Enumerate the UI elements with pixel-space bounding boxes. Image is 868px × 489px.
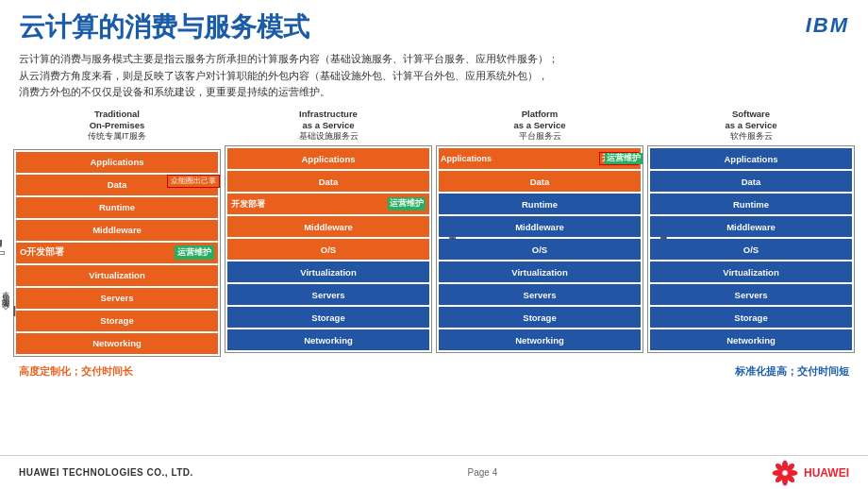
- trad-row-networking: Networking: [16, 333, 218, 354]
- saas-data-label: Data: [742, 177, 761, 187]
- trad-runtime-label: Runtime: [99, 202, 135, 212]
- paas-networking-label: Networking: [515, 335, 564, 346]
- trad-row-servers: Servers: [16, 288, 218, 309]
- saas-row-storage: Storage: [650, 307, 852, 328]
- trad-row-applications: Applications: [16, 152, 218, 173]
- iaas-row-data: Data: [227, 171, 429, 192]
- saas-middleware-label: Middleware: [726, 222, 776, 232]
- paas-row-middleware: Middleware: [439, 216, 641, 237]
- trad-row-data: Data 众能圈出己掌: [16, 175, 218, 195]
- saas-runtime-label: Runtime: [733, 199, 769, 210]
- col-saas-header: Softwareas a Service 软件服务云: [647, 109, 855, 143]
- col-paas-header: Platformas a Service 平台服务云: [436, 109, 643, 143]
- saas-row-data: Data: [650, 171, 852, 192]
- footer-company: HUAWEI TECHNOLOGIES CO., LTD.: [19, 467, 193, 478]
- trad-virt-label: Virtualization: [89, 270, 144, 280]
- huawei-text: HUAWEI: [804, 466, 849, 480]
- paas-yunying-overlay: 运营维护: [605, 153, 643, 164]
- iaas-applications-label: Applications: [301, 154, 355, 164]
- trad-networking-label: Networking: [92, 338, 142, 348]
- col-iaas: Infrastructureas a Service 基础设施服务云 众能圈出己…: [225, 109, 432, 357]
- trad-row-middleware: Middleware: [16, 220, 218, 241]
- col-traditional-header: TraditionalOn-Premises 传统专属IT服务: [13, 109, 221, 146]
- saas-applications-label: Applications: [724, 154, 777, 164]
- iaas-row-virtualization: Virtualization: [227, 261, 429, 282]
- col-paas-title-zh: 平台服务云: [436, 131, 643, 143]
- saas-row-networking: Networking: [650, 329, 852, 350]
- saas-virt-label: Virtualization: [723, 267, 778, 278]
- col-paas-stack: 计算设备资源池化 Applications 开发部署 运营维护 Data Run…: [436, 145, 643, 353]
- saas-servers-label: Servers: [735, 290, 768, 300]
- iaas-os-label: O/S: [321, 244, 336, 255]
- desc-line-1: 云计算的消费与服务模式主要是指云服务方所承担的计算服务内容（基础设施服务、计算平…: [19, 51, 849, 68]
- footer: HUAWEI TECHNOLOGIES CO., LTD. Page 4 HUA…: [0, 455, 868, 489]
- trad-os-label: O开发部署: [20, 246, 64, 259]
- iaas-row-runtime: 开发部署 运营维护: [227, 194, 429, 214]
- col-traditional-title-zh: 传统专属IT服务: [13, 131, 221, 143]
- iaas-row-applications: Applications: [227, 148, 429, 169]
- saas-row-applications: Applications: [650, 148, 852, 169]
- paas-applications-label: Applications: [441, 154, 492, 163]
- ibm-logo: IBM: [806, 13, 849, 38]
- iaas-row-middleware: Middleware: [227, 216, 429, 237]
- footer-page: Page 4: [468, 467, 498, 478]
- saas-row-servers: Servers: [650, 284, 852, 305]
- paas-row-data: Data: [439, 171, 641, 192]
- col-traditional-stack: 众能圈出己掌 Applications Data 众能圈出己掌 Runtime …: [13, 149, 221, 357]
- trad-right-tag: 众能圈出己掌: [167, 175, 220, 188]
- trad-storage-label: Storage: [100, 315, 133, 326]
- paas-os-label: O/S: [532, 244, 547, 255]
- trad-data-label: Data: [108, 179, 127, 190]
- saas-row-middleware: Middleware: [650, 216, 852, 237]
- iaas-data-label: Data: [319, 177, 339, 187]
- trad-yunying-label: 运营维护: [175, 245, 214, 260]
- paas-storage-label: Storage: [523, 312, 556, 323]
- iaas-kaifa-label: 开发部署: [231, 198, 265, 211]
- bottom-label-right: 标准化提高；交付时间短: [735, 364, 849, 379]
- trad-row-virtualization: Virtualization: [16, 265, 218, 286]
- col-saas-stack: 比较运营边界 Applications Data Runtime Middlew…: [647, 145, 855, 353]
- col-iaas-title-en: Infrastructureas a Service: [225, 109, 432, 132]
- saas-networking-label: Networking: [726, 335, 776, 346]
- paas-row-os: O/S: [439, 239, 641, 260]
- iaas-row-os: O/S: [227, 239, 429, 260]
- saas-os-label: O/S: [743, 244, 759, 255]
- paas-middleware-label: Middleware: [515, 222, 564, 232]
- iaas-row-storage: Storage: [227, 307, 429, 328]
- footer-huawei: HUAWEI: [772, 460, 849, 486]
- col-saas: Softwareas a Service 软件服务云 比较运营边界 Applic…: [647, 109, 855, 357]
- col-iaas-title-zh: 基础设施服务云: [225, 131, 432, 143]
- description: 云计算的消费与服务模式主要是指云服务方所承担的计算服务内容（基础设施服务、计算平…: [0, 51, 868, 107]
- iaas-middleware-label: Middleware: [304, 222, 353, 232]
- saas-row-virtualization: Virtualization: [650, 261, 852, 282]
- trad-applications-label: Applications: [90, 157, 143, 167]
- trad-row-runtime: Runtime: [16, 197, 218, 218]
- col-traditional-title-en: TraditionalOn-Premises: [13, 109, 221, 132]
- bottom-labels: 高度定制化；交付时间长 标准化提高；交付时间短: [0, 357, 868, 380]
- page-container: 云计算的消费与服务模式 IBM 云计算的消费与服务模式主要是指云服务方所承担的计…: [0, 0, 868, 489]
- col-saas-title-en: Softwareas a Service: [647, 109, 855, 132]
- col-iaas-header: Infrastructureas a Service 基础设施服务云: [225, 109, 432, 143]
- header: 云计算的消费与服务模式 IBM: [0, 0, 868, 51]
- col-traditional: TraditionalOn-Premises 传统专属IT服务 众能圈出己掌 A…: [13, 109, 221, 357]
- col-paas: Platformas a Service 平台服务云 计算设备资源池化 Appl…: [436, 109, 643, 357]
- col-saas-title-zh: 软件服务云: [647, 131, 855, 143]
- saas-row-os: O/S: [650, 239, 852, 260]
- iaas-networking-label: Networking: [304, 335, 353, 346]
- huawei-logo-icon: [772, 460, 798, 486]
- bottom-label-left: 高度定制化；交付时间长: [19, 364, 133, 379]
- col-iaas-stack: 众能圈出己掌 Applications Data 开发部署 运营维护 Middl…: [225, 145, 432, 353]
- trad-servers-label: Servers: [101, 293, 134, 303]
- paas-row-storage: Storage: [439, 307, 641, 328]
- page-title: 云计算的消费与服务模式: [19, 9, 309, 45]
- desc-line-2: 从云消费方角度来看，则是反映了该客户对计算职能的外包内容（基础设施外包、计算平台…: [19, 68, 849, 85]
- paas-row-networking: Networking: [439, 329, 641, 350]
- paas-row-servers: Servers: [439, 284, 641, 305]
- col-paas-title-en: Platformas a Service: [436, 109, 643, 132]
- paas-row-virtualization: Virtualization: [439, 261, 641, 282]
- paas-servers-label: Servers: [524, 290, 557, 300]
- iaas-yunying-label: 运营维护: [388, 197, 426, 211]
- trad-row-os: O开发部署 运营维护: [16, 243, 218, 263]
- iaas-row-servers: Servers: [227, 284, 429, 305]
- saas-row-runtime: Runtime: [650, 194, 852, 214]
